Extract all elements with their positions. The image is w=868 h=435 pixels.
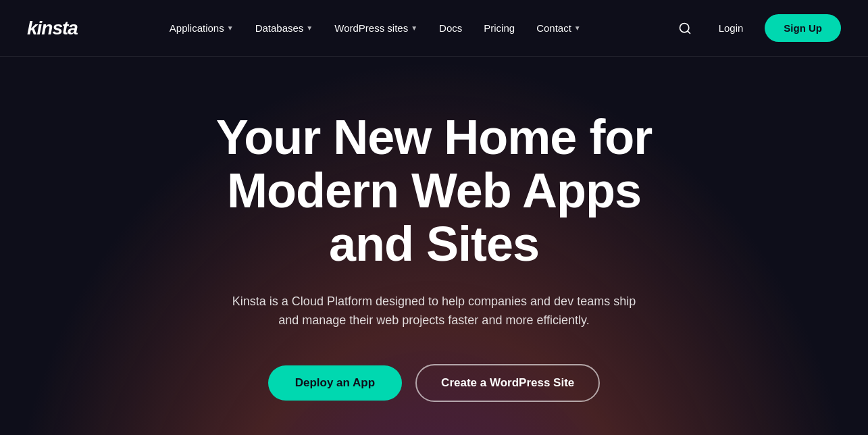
create-wordpress-button[interactable]: Create a WordPress Site — [415, 364, 600, 402]
deploy-app-button[interactable]: Deploy an App — [268, 365, 402, 401]
nav-label-databases: Databases — [255, 22, 304, 34]
chevron-down-icon: ▼ — [306, 24, 313, 32]
nav-label-contact: Contact — [536, 22, 571, 34]
nav-label-docs: Docs — [439, 22, 462, 34]
login-button[interactable]: Login — [711, 17, 752, 39]
nav-item-applications[interactable]: Applications ▼ — [160, 17, 243, 39]
nav-label-wordpress-sites: WordPress sites — [334, 22, 408, 34]
nav-actions: Login Sign Up — [673, 14, 841, 42]
chevron-down-icon: ▼ — [574, 24, 581, 32]
logo[interactable]: kinsta — [27, 18, 78, 39]
nav-label-applications: Applications — [170, 22, 224, 34]
nav-links: Applications ▼ Databases ▼ WordPress sit… — [78, 17, 673, 39]
nav-item-wordpress-sites[interactable]: WordPress sites ▼ — [325, 17, 427, 39]
navbar: kinsta Applications ▼ Databases ▼ WordPr… — [0, 0, 868, 57]
nav-label-pricing: Pricing — [484, 22, 515, 34]
nav-item-pricing[interactable]: Pricing — [474, 17, 524, 39]
nav-item-databases[interactable]: Databases ▼ — [246, 17, 323, 39]
hero-title: Your New Home for Modern Web Apps and Si… — [198, 111, 671, 272]
hero-subtitle: Kinsta is a Cloud Platform designed to h… — [232, 292, 637, 331]
hero-section: Your New Home for Modern Web Apps and Si… — [0, 57, 868, 435]
nav-item-contact[interactable]: Contact ▼ — [527, 17, 590, 39]
logo-text: kinsta — [27, 18, 78, 39]
search-icon — [678, 22, 692, 35]
chevron-down-icon: ▼ — [411, 24, 417, 32]
svg-line-1 — [688, 30, 690, 33]
hero-buttons: Deploy an App Create a WordPress Site — [268, 364, 601, 402]
chevron-down-icon: ▼ — [227, 24, 234, 32]
nav-item-docs[interactable]: Docs — [430, 17, 471, 39]
search-button[interactable] — [673, 16, 697, 41]
signup-button[interactable]: Sign Up — [765, 14, 841, 42]
